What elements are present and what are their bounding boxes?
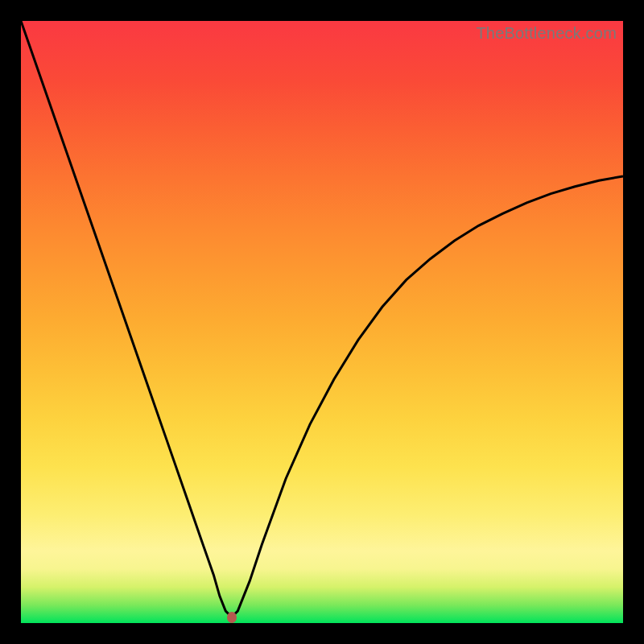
bottleneck-curve bbox=[21, 21, 623, 623]
optimal-point-marker bbox=[227, 612, 237, 623]
curve-path bbox=[21, 21, 623, 617]
plot-area: TheBottleneck.com bbox=[21, 21, 623, 623]
chart-frame: TheBottleneck.com bbox=[0, 0, 644, 644]
